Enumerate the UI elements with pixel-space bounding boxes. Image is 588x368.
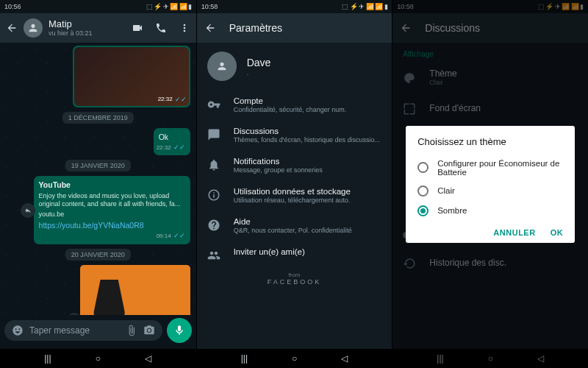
video-call-icon[interactable] [132, 22, 143, 34]
theme-option-battery[interactable]: Configurer pour Économiseur de Batterie [417, 155, 563, 181]
more-icon[interactable] [179, 22, 190, 34]
settings-item-account[interactable]: CompteConfidentialité, sécurité, changer… [197, 90, 392, 120]
back-icon[interactable] [204, 22, 216, 34]
profile-name: Dave [247, 57, 271, 68]
key-icon [207, 98, 220, 111]
message-input[interactable]: Taper message [4, 320, 162, 341]
chat-screen: 10:56 ⬚ ⚡ ✈ 📶 📶 ▮ Matip vu hier à 03:21 … [0, 0, 196, 368]
attach-icon[interactable] [126, 325, 137, 336]
nav-back[interactable]: ◁ [341, 353, 348, 364]
avatar[interactable] [24, 18, 43, 38]
status-time: 10:58 [201, 3, 218, 10]
ok-button[interactable]: OK [551, 228, 564, 237]
status-time: 10:56 [4, 3, 21, 10]
status-icons: ⬚ ⚡ ✈ 📶 📶 ▮ [342, 3, 387, 10]
status-bar: 10:58 ⬚ ⚡ ✈ 📶 📶 ▮ [197, 0, 392, 13]
discussions-screen: 10:58 ⬚ ⚡ ✈ 📶 📶 ▮ Discussions Affichage … [392, 0, 588, 368]
message-image[interactable]: 22:32 ✓✓ [73, 46, 190, 107]
contact-block[interactable]: Matip vu hier à 03:21 [49, 19, 93, 37]
data-icon [207, 188, 220, 202]
android-navbar: ||| ○ ◁ [0, 349, 196, 368]
settings-item-invite[interactable]: Inviter un(e) ami(e) [197, 241, 392, 269]
nav-back[interactable]: ◁ [145, 353, 151, 364]
profile-status: . [247, 69, 271, 77]
radio-icon [417, 185, 429, 197]
settings-screen: 10:58 ⬚ ⚡ ✈ 📶 📶 ▮ Paramètres Dave . Comp… [196, 0, 392, 368]
nav-recent[interactable]: ||| [44, 353, 51, 364]
chat-icon [207, 128, 220, 141]
nav-recent[interactable]: ||| [241, 353, 248, 364]
date-separator: 19 JANVIER 2020 [65, 160, 131, 171]
mic-button[interactable] [167, 318, 192, 343]
theme-dialog: Choisissez un thème Configurer pour Écon… [406, 126, 575, 243]
status-bar: 10:56 ⬚ ⚡ ✈ 📶 📶 ▮ [0, 0, 196, 13]
help-icon [207, 219, 220, 232]
radio-icon [417, 162, 429, 173]
settings-item-notifications[interactable]: NotificationsMessage, groupe et sonnerie… [197, 150, 392, 180]
message-text[interactable]: Ok 22:32✓✓ [154, 128, 190, 155]
settings-item-chats[interactable]: DiscussionsThèmes, fonds d'écran, histor… [197, 120, 392, 150]
date-separator: 1 DÉCEMBRE 2019 [62, 112, 134, 124]
radio-icon [417, 205, 429, 216]
bell-icon [207, 158, 220, 171]
contact-last-seen: vu hier à 03:21 [49, 29, 93, 37]
date-separator: 20 JANVIER 2020 [65, 249, 131, 261]
input-placeholder: Taper message [29, 325, 120, 336]
link-url[interactable]: https://youtu.be/gYVNiaNa0R8 [39, 221, 185, 230]
chat-header: Matip vu hier à 03:21 [0, 13, 196, 43]
emoji-icon[interactable] [12, 325, 24, 336]
page-title: Paramètres [229, 22, 282, 34]
avatar [207, 52, 237, 81]
contact-name: Matip [49, 19, 93, 29]
footer: from FACEBOOK [197, 269, 392, 287]
voice-call-icon[interactable] [155, 22, 167, 34]
theme-option-light[interactable]: Clair [417, 181, 563, 201]
profile-row[interactable]: Dave . [197, 43, 392, 90]
chat-body[interactable]: 22:32 ✓✓ 1 DÉCEMBRE 2019 Ok 22:32✓✓ 19 J… [0, 43, 196, 315]
settings-item-data[interactable]: Utilisation données et stockageUtilisati… [197, 180, 392, 210]
theme-option-dark[interactable]: Sombre [417, 201, 563, 221]
forward-icon[interactable] [21, 203, 35, 218]
link-title: YouTube [39, 180, 185, 190]
message-media[interactable]: SUGAR MAN [80, 265, 190, 315]
settings-header: Paramètres [197, 13, 392, 43]
link-description: Enjoy the videos and music you love, upl… [39, 192, 185, 209]
cancel-button[interactable]: ANNULER [493, 228, 535, 237]
chat-input-bar: Taper message [0, 315, 196, 349]
link-domain: youtu.be [39, 210, 185, 219]
status-icons: ⬚ ⚡ ✈ 📶 📶 ▮ [146, 3, 192, 10]
people-icon [207, 249, 220, 262]
forward-icon[interactable] [67, 313, 82, 315]
nav-home[interactable]: ○ [96, 353, 101, 364]
dialog-title: Choisissez un thème [417, 136, 563, 147]
back-icon[interactable] [6, 22, 18, 34]
nav-home[interactable]: ○ [292, 353, 297, 364]
message-link-preview[interactable]: YouTube Enjoy the videos and music you l… [34, 176, 190, 244]
dialog-overlay[interactable]: Choisissez un thème Configurer pour Écon… [392, 0, 588, 368]
settings-item-help[interactable]: AideQ&R, nous contacter, Pol. confidenti… [197, 210, 392, 241]
android-navbar: ||| ○ ◁ [197, 349, 392, 368]
camera-icon[interactable] [143, 325, 155, 336]
